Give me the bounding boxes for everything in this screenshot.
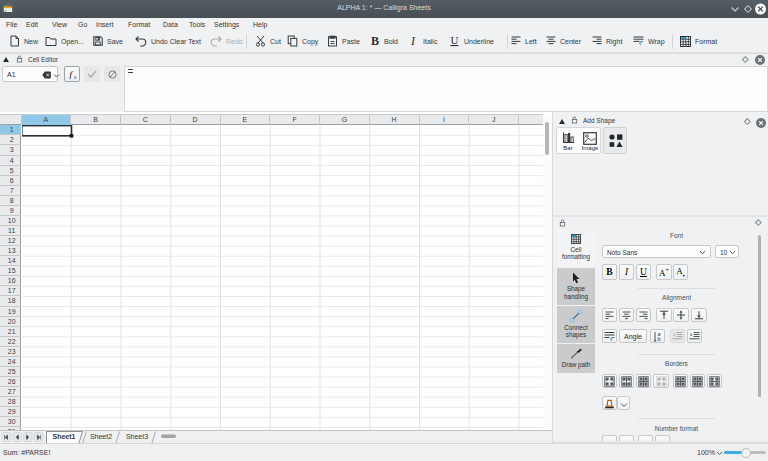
svg-text:I: I xyxy=(410,35,416,47)
svg-text:B: B xyxy=(371,35,379,47)
svg-text:U: U xyxy=(451,35,459,46)
svg-text:b: b xyxy=(657,336,660,342)
